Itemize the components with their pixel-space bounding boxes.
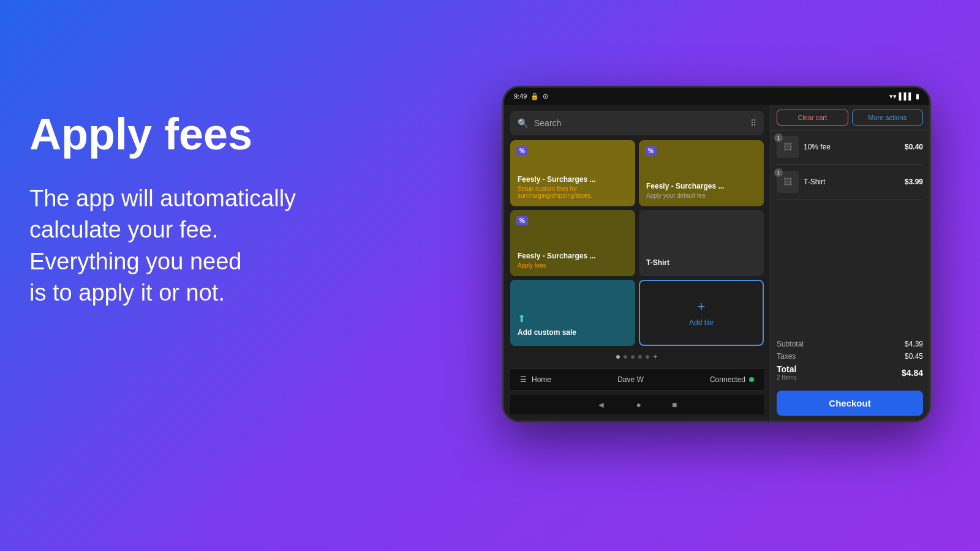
cart-item-price-tshirt: $3.99 (905, 178, 923, 186)
home-button[interactable]: ● (636, 400, 641, 410)
back-button[interactable]: ◄ (597, 400, 606, 410)
grand-total-value: $4.84 (902, 368, 923, 378)
tile-title-3: Feesly - Surcharges ... (518, 252, 628, 260)
bottom-nav: ☰ Home Dave W Connected (510, 368, 764, 390)
pagination-dot-3 (631, 355, 635, 359)
taxes-row: Taxes $0.45 (777, 352, 923, 361)
subtotal-row: Subtotal $4.39 (777, 340, 923, 348)
connected-dot (749, 377, 754, 382)
cart-item-name-fee: 10% fee (804, 143, 900, 151)
taxes-value: $0.45 (905, 352, 923, 361)
grand-total-label-group: Total 2 Items (777, 364, 797, 381)
cart-divider-2 (777, 199, 923, 200)
subtotal-value: $4.39 (905, 340, 923, 348)
pagination-dot-5 (646, 355, 649, 359)
cart-panel: Clear cart More actions 1 🖼 10% fee $0.4… (770, 105, 929, 421)
cart-divider-1 (777, 164, 923, 165)
pagination-dot-4 (638, 355, 642, 359)
hamburger-icon: ☰ (520, 375, 527, 384)
tile-subtitle-1: Setup custom fees for surcharging/shippi… (518, 186, 628, 199)
subtotal-label: Subtotal (777, 340, 804, 348)
upload-icon: ⬆ (518, 313, 628, 324)
pagination-dot-2 (624, 355, 627, 359)
home-label: Home (532, 375, 551, 384)
more-actions-button[interactable]: More actions (852, 110, 924, 126)
tile-badge-2: % (645, 146, 657, 156)
status-right: ▾▾ ▌▌▌ ▮ (889, 92, 919, 100)
product-tile-feesly-2[interactable]: % Feesly - Surcharges ... Apply your def… (639, 140, 764, 206)
left-panel: Apply fees The app will automaticallycal… (29, 110, 385, 309)
pagination-plus: + (653, 353, 657, 361)
tile-title-1: Feesly - Surcharges ... (518, 175, 628, 184)
status-bar: 9:49 🔒 ⊙ ▾▾ ▌▌▌ ▮ (504, 88, 929, 105)
connected-label: Connected (710, 375, 745, 384)
nav-center: Dave W (617, 375, 644, 384)
taxes-label: Taxes (777, 352, 796, 361)
plus-icon: + (698, 299, 706, 315)
nav-right: Connected (710, 375, 754, 384)
checkout-section: Checkout (771, 386, 929, 421)
product-tile-feesly-3[interactable]: % Feesly - Surcharges ... Apply fees (510, 210, 635, 276)
tile-badge-1: % (516, 146, 528, 156)
product-tile-tshirt[interactable]: T-Shirt (639, 210, 764, 276)
android-nav: ◄ ● ■ (510, 395, 764, 414)
tile-title-4: T-Shirt (646, 258, 756, 267)
tablet-wrapper: 9:49 🔒 ⊙ ▾▾ ▌▌▌ ▮ 🔍 Search ⠿ (502, 86, 931, 422)
product-tile-feesly-1[interactable]: % Feesly - Surcharges ... Setup custom f… (510, 140, 635, 206)
pagination-dot-1 (616, 355, 620, 359)
main-title: Apply fees (29, 110, 385, 159)
cart-item-name-tshirt: T-Shirt (804, 178, 900, 186)
battery-icon: ▮ (916, 92, 919, 100)
wifi-icon: ▾▾ (889, 92, 897, 100)
cart-item-fee: 1 🖼 10% fee $0.40 (777, 136, 923, 158)
product-tile-custom-sale[interactable]: ⬆ Add custom sale (510, 280, 635, 346)
tile-title-2: Feesly - Surcharges ... (646, 182, 756, 190)
grand-total-row: Total 2 Items $4.84 (777, 364, 923, 381)
cart-item-badge-tshirt: 1 (774, 168, 783, 177)
overview-button[interactable]: ■ (672, 400, 677, 410)
pagination-dots: + (510, 351, 764, 363)
search-bar[interactable]: 🔍 Search ⠿ (510, 111, 764, 135)
product-panel: 🔍 Search ⠿ % Feesly - Surcharges ... Set… (504, 105, 770, 421)
tile-title-5: Add custom sale (518, 328, 628, 337)
cart-items: 1 🖼 10% fee $0.40 1 🖼 T-Shirt (771, 131, 929, 335)
status-left: 9:49 🔒 ⊙ (514, 92, 548, 100)
product-tile-add[interactable]: + Add tile (639, 280, 764, 346)
tablet: 9:49 🔒 ⊙ ▾▾ ▌▌▌ ▮ 🔍 Search ⠿ (502, 86, 931, 422)
cart-header: Clear cart More actions (771, 105, 929, 131)
grand-total-label: Total (777, 364, 797, 374)
grid-icon: ⠿ (750, 118, 756, 128)
app-content: 🔍 Search ⠿ % Feesly - Surcharges ... Set… (504, 105, 929, 421)
lock-icon: 🔒 (530, 92, 539, 100)
product-grid: % Feesly - Surcharges ... Setup custom f… (510, 140, 764, 346)
grand-total-sublabel: 2 Items (777, 374, 797, 381)
cart-item-badge-fee: 1 (774, 133, 783, 142)
time-display: 9:49 (514, 92, 527, 100)
tile-subtitle-2: Apply your default fee (646, 192, 756, 199)
location-icon: ⊙ (543, 92, 548, 100)
sub-text: The app will automaticallycalculate your… (29, 183, 385, 309)
nav-left: ☰ Home (520, 375, 551, 384)
clear-cart-button[interactable]: Clear cart (777, 110, 848, 126)
cart-item-tshirt: 1 🖼 T-Shirt $3.99 (777, 171, 923, 193)
search-placeholder: Search (534, 118, 744, 128)
signal-icon: ▌▌▌ (899, 92, 913, 100)
tile-title-6: Add tile (689, 318, 714, 327)
cart-totals: Subtotal $4.39 Taxes $0.45 Total 2 Items… (771, 335, 929, 386)
tile-badge-3: % (516, 216, 528, 225)
user-label: Dave W (617, 375, 644, 384)
checkout-button[interactable]: Checkout (777, 391, 923, 416)
tile-subtitle-3: Apply fees (518, 262, 628, 269)
search-icon: 🔍 (518, 118, 528, 128)
cart-item-price-fee: $0.40 (905, 143, 923, 151)
